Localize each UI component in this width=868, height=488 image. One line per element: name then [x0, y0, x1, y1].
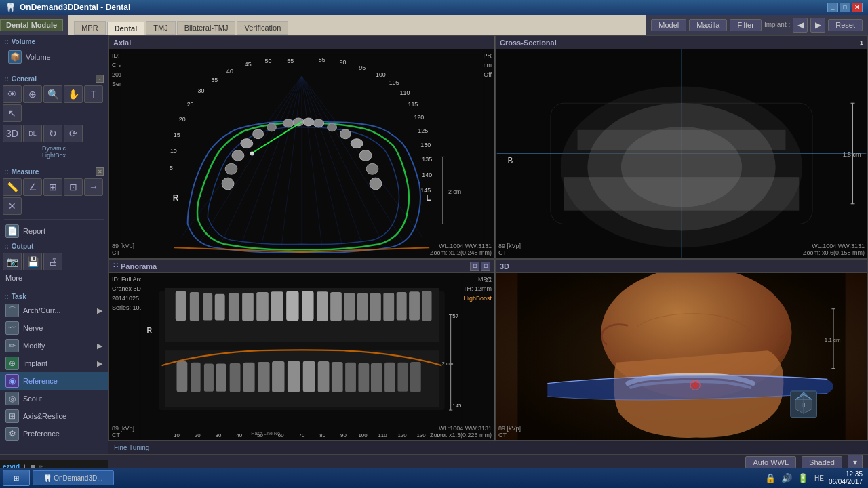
3d-icon[interactable]: 3D: [3, 125, 22, 142]
print-icon[interactable]: 🖨: [43, 253, 62, 270]
svg-line-1: [181, 77, 302, 238]
svg-point-20: [241, 139, 253, 148]
svg-rect-91: [302, 291, 314, 321]
svg-text:30: 30: [216, 432, 222, 439]
panorama-expand-icon[interactable]: ⊡: [481, 262, 490, 271]
svg-point-14: [283, 119, 294, 127]
bottom-panels-row: ∷ Panorama ⊞ ⊡ ID: Full Arch Cranex 3D […: [108, 259, 868, 441]
panorama-info: ID: Full Arch Cranex 3D [M] 20141025 Ser…: [112, 274, 151, 312]
sidebar-btn-arch[interactable]: ⌒ Arch/Curr... ▶: [0, 302, 108, 319]
svg-point-19: [253, 129, 264, 139]
sidebar-btn-modify[interactable]: ✏ Modify ▶: [0, 337, 108, 354]
svg-text:100: 100: [358, 432, 368, 439]
taskbar-speaker-icon[interactable]: 🔊: [780, 471, 793, 485]
svg-rect-104: [216, 364, 226, 392]
svg-point-28: [366, 163, 378, 174]
area-icon[interactable]: ⊞: [43, 178, 62, 196]
zoom-icon[interactable]: 🔍: [43, 85, 62, 103]
output-icons: 📷 💾 🖨: [0, 251, 108, 272]
close-button[interactable]: ✕: [852, 3, 863, 12]
measure-collapse-button[interactable]: ✕: [96, 167, 104, 176]
svg-text:50: 50: [257, 432, 263, 439]
svg-text:135: 135: [422, 156, 432, 163]
svg-rect-71: [578, 130, 786, 150]
implant-next-button[interactable]: ▶: [810, 18, 825, 33]
module-label: Dental Module: [0, 19, 63, 31]
svg-point-18: [267, 123, 277, 131]
svg-line-11: [302, 77, 382, 243]
svg-rect-93: [330, 292, 342, 321]
svg-line-10: [302, 77, 362, 245]
dynamic-icon[interactable]: DL: [23, 125, 42, 142]
svg-rect-83: [190, 292, 199, 321]
svg-point-27: [359, 150, 372, 161]
sidebar-btn-scout[interactable]: ◎ Scout: [0, 390, 108, 407]
sidebar-section-output: Output: [0, 240, 108, 251]
cursor-icon[interactable]: ↖: [3, 104, 22, 122]
erase-icon[interactable]: ✕: [3, 197, 22, 215]
sidebar-btn-more[interactable]: More: [0, 272, 108, 284]
taskbar-battery-icon[interactable]: 🔋: [796, 471, 810, 485]
rotate-icon[interactable]: ↻: [43, 125, 62, 142]
taskbar-lang-icon[interactable]: HE: [812, 471, 826, 485]
taskbar-network-icon[interactable]: 🔒: [764, 471, 777, 485]
maximize-button[interactable]: □: [840, 3, 850, 12]
tab-tmj[interactable]: TMJ: [146, 21, 175, 35]
angle-icon[interactable]: ∠: [23, 178, 42, 196]
axial-bottom-info: 89 [kVp] CT: [112, 243, 134, 256]
svg-rect-102: [191, 363, 201, 392]
reset-view-icon[interactable]: ⟳: [64, 125, 83, 142]
panorama-grid-icon[interactable]: ⊞: [470, 262, 479, 271]
tab-bilateral-tmj[interactable]: Bilateral-TMJ: [177, 21, 236, 35]
auto-wwl-button[interactable]: Auto WWL: [745, 456, 796, 468]
shaded-button[interactable]: Shaded: [802, 456, 842, 468]
sidebar-btn-nerve[interactable]: 〰 Nerve: [0, 319, 108, 337]
snapshot-icon[interactable]: 📷: [3, 253, 22, 270]
svg-text:R: R: [147, 326, 153, 334]
tab-mpr[interactable]: MPR: [74, 21, 105, 35]
pan-icon[interactable]: ✋: [64, 85, 83, 103]
svg-point-67: [561, 86, 803, 247]
crosshair-icon[interactable]: ⊕: [23, 85, 42, 103]
view-icon[interactable]: 👁: [3, 85, 22, 103]
svg-point-22: [225, 163, 237, 174]
tab-dental[interactable]: Dental: [107, 22, 145, 35]
sidebar-btn-axis[interactable]: ⊞ Axis&Reslice: [0, 407, 108, 425]
3d-overlay: H 1.1 cm: [496, 273, 867, 440]
taskbar: ⊞ 🦷 OnDemand3D... 🔒 🔊 🔋 HE 12:35 06/04/2…: [0, 468, 868, 488]
crosssectional-bottom-info: 89 [kVp] CT: [498, 243, 521, 256]
report-icon: 📄: [5, 224, 19, 238]
taskbar-item-dental[interactable]: 🦷 OnDemand3D...: [33, 470, 114, 485]
probe-icon[interactable]: ⊡: [64, 178, 83, 196]
reset-button[interactable]: Reset: [828, 19, 863, 31]
general-collapse-button[interactable]: -: [96, 75, 104, 83]
start-button[interactable]: ⊞: [3, 470, 30, 486]
axial-header: Axial: [109, 36, 494, 49]
export-icon[interactable]: 💾: [23, 253, 42, 270]
svg-text:15: 15: [174, 131, 180, 138]
ruler-icon[interactable]: 📏: [3, 178, 22, 196]
svg-text:L: L: [426, 193, 431, 203]
maxilla-button[interactable]: Maxilla: [689, 19, 727, 31]
tab-verification[interactable]: Verification: [237, 21, 288, 35]
fine-tuning-bar: Fine Tuning: [108, 441, 868, 454]
sidebar-btn-implant[interactable]: ⊕ Implant ▶: [0, 354, 108, 372]
svg-text:100: 100: [376, 71, 386, 78]
sidebar-btn-volume[interactable]: 📦 Volume: [3, 48, 105, 66]
svg-line-13: [302, 77, 422, 238]
model-button[interactable]: Model: [651, 19, 686, 31]
sidebar-btn-preference[interactable]: ⚙ Preference: [0, 425, 108, 443]
axis-icon: ⊞: [5, 409, 19, 423]
minimize-button[interactable]: _: [827, 3, 838, 12]
svg-rect-99: [409, 291, 420, 320]
sidebar-btn-report[interactable]: 📄 Report: [0, 222, 108, 240]
filter-button[interactable]: Filter: [730, 19, 761, 31]
svg-text:57: 57: [452, 313, 458, 319]
3d-canvas[interactable]: H 1.1 cm: [496, 273, 867, 440]
implant-prev-button[interactable]: ◀: [793, 18, 808, 33]
measure-arrow-icon[interactable]: →: [84, 178, 103, 196]
panorama-header: ∷ Panorama ⊞ ⊡: [109, 260, 494, 273]
sidebar-btn-reference[interactable]: ◉ Reference: [0, 372, 108, 390]
text-icon[interactable]: T: [84, 85, 103, 103]
titlebar: 🦷 OnDemand3DDental - Dental _ □ ✕: [0, 0, 868, 15]
